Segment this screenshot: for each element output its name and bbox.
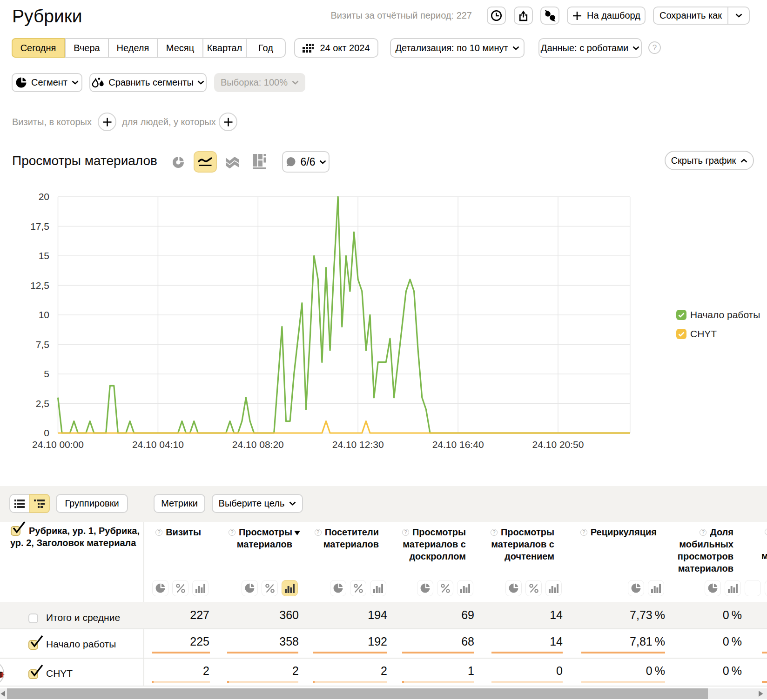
svg-text:15: 15 <box>39 250 49 261</box>
svg-text:20: 20 <box>39 191 49 202</box>
svg-text:24.10 08:20: 24.10 08:20 <box>232 439 284 450</box>
svg-text:0: 0 <box>44 427 49 438</box>
svg-text:24.10 00:00: 24.10 00:00 <box>32 439 84 450</box>
svg-text:24.10 20:50: 24.10 20:50 <box>532 439 584 450</box>
svg-text:7,5: 7,5 <box>36 339 49 350</box>
svg-text:24.10 04:10: 24.10 04:10 <box>132 439 184 450</box>
svg-text:10: 10 <box>39 309 49 320</box>
svg-text:24.10 12:30: 24.10 12:30 <box>332 439 384 450</box>
svg-text:12,5: 12,5 <box>30 280 49 291</box>
svg-text:24.10 16:40: 24.10 16:40 <box>432 439 484 450</box>
svg-text:5: 5 <box>44 368 49 379</box>
svg-text:2,5: 2,5 <box>36 398 49 409</box>
svg-text:17,5: 17,5 <box>30 221 49 232</box>
